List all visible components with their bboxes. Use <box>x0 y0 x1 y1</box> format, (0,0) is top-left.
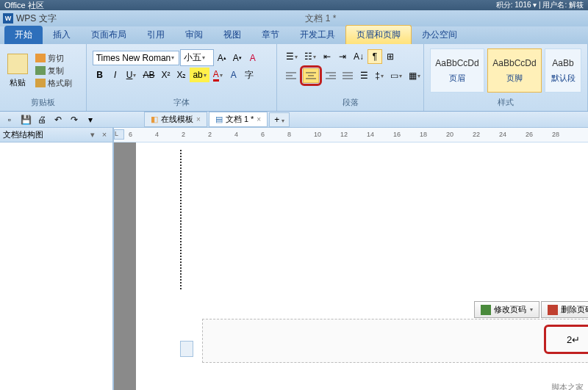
qat-undo-icon[interactable]: ↶ <box>51 113 65 126</box>
ruler-mark: 28 <box>552 131 559 138</box>
font-color-button[interactable]: A▾ <box>210 68 226 82</box>
underline-button[interactable]: U▾ <box>123 68 140 82</box>
ruler-mark: 20 <box>446 131 453 138</box>
document-tab-strip: ◧ 在线模板 × ▤ 文档 1 * × + ▾ <box>144 112 290 127</box>
align-center-button[interactable] <box>303 68 319 83</box>
justify-button[interactable] <box>340 68 356 83</box>
numbering-button[interactable]: ☷▾ <box>301 49 319 64</box>
style-footer[interactable]: AaBbCcDd 页脚 <box>487 48 542 93</box>
ruler-mark: 22 <box>473 131 480 138</box>
tab-developer[interactable]: 开发工具 <box>290 26 345 44</box>
qat-redo-icon[interactable]: ↷ <box>68 113 81 126</box>
tab-view[interactable]: 视图 <box>213 26 251 44</box>
delete-page-number-button[interactable]: 删除页码▾ <box>541 301 588 318</box>
close-tab-icon[interactable]: × <box>196 115 201 123</box>
distribute-button[interactable]: ☰ <box>356 68 371 83</box>
tab-stops-button[interactable]: ⊞ <box>383 49 398 64</box>
bullets-button[interactable]: ☰▾ <box>283 49 301 64</box>
copy-icon <box>35 66 46 75</box>
ruler-mark: 2 <box>182 131 185 138</box>
modify-page-number-button[interactable]: 修改页码▾ <box>474 301 539 318</box>
paste-icon <box>7 54 28 74</box>
ruler-mark: 24 <box>499 131 506 138</box>
tab-header-footer[interactable]: 页眉和页脚 <box>345 25 412 44</box>
page-viewport[interactable]: 修改页码▾ 删除页码▾ 2↵ 脚本之家 查看原图 jiaobenzjia.com <box>114 142 588 390</box>
group-label-styles: 样式 <box>427 95 584 109</box>
style-default[interactable]: AaBb 默认段 <box>545 48 581 93</box>
ruler-mark: 10 <box>314 131 321 138</box>
footer-tab-icon <box>180 341 193 357</box>
tab-insert[interactable]: 插入 <box>43 26 81 44</box>
align-right-button[interactable] <box>323 68 339 83</box>
tab-home[interactable]: 开始 <box>4 26 43 44</box>
ruler-mark: 2 <box>208 131 212 138</box>
template-icon: ◧ <box>151 115 158 124</box>
ruler-mark: 4 <box>155 131 159 138</box>
shrink-font-button[interactable]: A▾ <box>230 51 245 65</box>
ruler-mark: 16 <box>393 131 401 138</box>
decrease-indent-button[interactable]: ⇤ <box>320 49 334 64</box>
page-number-value[interactable]: 2↵ <box>567 334 580 345</box>
quick-access-row: ▫ 💾 🖨 ↶ ↷ ▾ ◧ 在线模板 × ▤ 文档 1 * × + ▾ <box>0 112 588 128</box>
line-spacing-button[interactable]: ‡▾ <box>372 68 387 83</box>
tab-document-1[interactable]: ▤ 文档 1 * × <box>209 112 268 127</box>
titlebar-right: 积分: 1016 ▾ | 用户名: 解筱 <box>496 0 584 10</box>
highlight-color-button[interactable]: ab▾ <box>190 68 209 82</box>
outline-body <box>0 142 112 390</box>
page: 修改页码▾ 删除页码▾ 2↵ <box>136 142 588 390</box>
tab-office-space[interactable]: 办公空间 <box>412 26 467 44</box>
align-center-highlight <box>300 65 322 86</box>
group-styles: AaBbCcDd 页眉 AaBbCcDd 页脚 AaBb 默认段 样式 <box>424 44 588 111</box>
ruler-mark: 26 <box>526 131 533 138</box>
shading-button[interactable]: ▭▾ <box>387 68 405 83</box>
outline-close-icon[interactable]: × <box>99 130 110 140</box>
enclose-char-button[interactable]: 字 <box>242 68 257 82</box>
style-header[interactable]: AaBbCcDd 页眉 <box>430 48 484 93</box>
cut-button[interactable]: 剪切 <box>35 53 72 64</box>
workspace: 文档结构图 ▾ × L 642246810121416182022242628 … <box>0 128 588 390</box>
delete-icon <box>548 305 558 315</box>
italic-button[interactable]: I <box>108 68 123 82</box>
superscript-button[interactable]: X² <box>158 68 173 82</box>
clear-formatting-button[interactable]: A <box>245 51 260 65</box>
paste-button[interactable]: 粘贴 <box>10 77 26 88</box>
grow-font-button[interactable]: A▴ <box>215 51 229 65</box>
close-tab-icon[interactable]: × <box>257 115 261 123</box>
tab-chapter[interactable]: 章节 <box>251 26 290 44</box>
increase-indent-button[interactable]: ⇥ <box>335 49 350 64</box>
titlebar-left: Office 社区 <box>4 0 44 11</box>
tab-review[interactable]: 审阅 <box>175 26 213 44</box>
footer-edit-region[interactable] <box>202 319 588 363</box>
ruler-mark: 4 <box>234 131 238 138</box>
font-size-select[interactable]: 小五▾ <box>180 49 214 66</box>
horizontal-ruler[interactable]: L 642246810121416182022242628 <box>114 128 588 142</box>
app-bar: W WPS 文字 文档 1 * <box>0 10 588 26</box>
tab-reference[interactable]: 引用 <box>137 26 175 44</box>
strikethrough-button[interactable]: AB <box>140 68 157 82</box>
show-marks-button[interactable]: ¶ <box>368 49 382 64</box>
copy-button[interactable]: 复制 <box>35 65 72 76</box>
sort-button[interactable]: A↓ <box>351 49 367 64</box>
tab-online-template[interactable]: ◧ 在线模板 × <box>144 112 207 127</box>
page-number-highlight: 2↵ <box>544 325 588 354</box>
ruler-mark: 12 <box>340 131 348 138</box>
borders-button[interactable]: ▦▾ <box>406 68 423 83</box>
qat-new-icon[interactable]: ▫ <box>3 113 16 126</box>
outline-pane: 文档结构图 ▾ × <box>0 128 114 390</box>
tab-page-layout[interactable]: 页面布局 <box>81 26 137 44</box>
align-left-button[interactable] <box>283 68 299 83</box>
qat-more-icon[interactable]: ▾ <box>84 113 97 126</box>
new-tab-button[interactable]: + ▾ <box>269 112 290 127</box>
app-title: WPS 文字 <box>16 12 57 25</box>
footer-toolbar: 修改页码▾ 删除页码▾ <box>474 301 588 318</box>
ruler-mark: 6 <box>129 131 132 138</box>
qat-print-icon[interactable]: 🖨 <box>35 113 49 126</box>
subscript-button[interactable]: X₂ <box>173 68 189 82</box>
ruler-corner-icon: L <box>114 129 124 140</box>
font-name-select[interactable]: Times New Roman▾ <box>93 51 179 65</box>
outline-dropdown-icon[interactable]: ▾ <box>87 130 98 140</box>
format-painter-button[interactable]: 格式刷 <box>35 78 72 89</box>
qat-save-icon[interactable]: 💾 <box>19 113 32 126</box>
bold-button[interactable]: B <box>93 68 107 82</box>
char-shading-button[interactable]: A <box>226 68 241 82</box>
